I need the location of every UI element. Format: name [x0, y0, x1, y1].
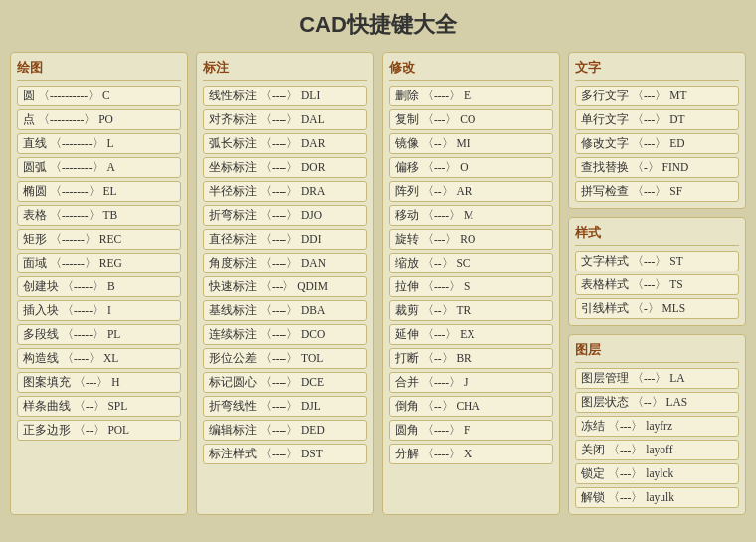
- shortcut-item: 圆角 〈----〉 F: [389, 420, 553, 441]
- shortcut-item: 旋转 〈---〉 RO: [389, 229, 553, 250]
- shortcut-item: 直径标注 〈----〉 DDI: [203, 229, 367, 250]
- shortcut-item: 冻结 〈---〉 layfrz: [575, 416, 739, 437]
- shortcut-item: 角度标注 〈----〉 DAN: [203, 253, 367, 273]
- shortcut-item: 裁剪 〈--〉 TR: [389, 300, 553, 321]
- shortcut-item: 图层管理 〈---〉 LA: [575, 368, 739, 389]
- section-drawing: 绘图 圆 〈----------〉 C点 〈---------〉 PO直线 〈-…: [10, 52, 188, 515]
- shortcut-item: 图层状态 〈--〉 LAS: [575, 392, 739, 413]
- section-annotation: 标注 线性标注 〈----〉 DLI对齐标注 〈----〉 DAL弧长标注 〈-…: [196, 52, 374, 515]
- shortcut-item: 样条曲线 〈--〉 SPL: [17, 396, 181, 417]
- shortcut-item: 锁定 〈---〉 laylck: [575, 463, 739, 484]
- shortcut-item: 表格 〈-------〉 TB: [17, 205, 181, 226]
- section-layer: 图层 图层管理 〈---〉 LA图层状态 〈--〉 LAS冻结 〈---〉 la…: [568, 334, 746, 515]
- shortcut-item: 阵列 〈--〉 AR: [389, 181, 553, 202]
- shortcut-item: 打断 〈--〉 BR: [389, 348, 553, 369]
- section-style-items: 文字样式 〈---〉 ST表格样式 〈---〉 TS引线样式 〈-〉 MLS: [575, 251, 739, 319]
- shortcut-item: 正多边形 〈--〉 POL: [17, 420, 181, 441]
- section-annotation-items: 线性标注 〈----〉 DLI对齐标注 〈----〉 DAL弧长标注 〈----…: [203, 86, 367, 464]
- shortcut-item: 删除 〈----〉 E: [389, 86, 553, 106]
- section-modify: 修改 删除 〈----〉 E复制 〈---〉 CO镜像 〈--〉 MI偏移 〈-…: [382, 52, 560, 515]
- section-layer-items: 图层管理 〈---〉 LA图层状态 〈--〉 LAS冻结 〈---〉 layfr…: [575, 368, 739, 508]
- shortcut-item: 拼写检查 〈---〉 SF: [575, 181, 739, 202]
- shortcut-item: 编辑标注 〈----〉 DED: [203, 420, 367, 441]
- shortcut-item: 文字样式 〈---〉 ST: [575, 251, 739, 271]
- section-modify-items: 删除 〈----〉 E复制 〈---〉 CO镜像 〈--〉 MI偏移 〈---〉…: [389, 86, 553, 464]
- shortcut-item: 面域 〈------〉 REG: [17, 253, 181, 273]
- shortcut-item: 椭圆 〈-------〉 EL: [17, 181, 181, 202]
- shortcut-item: 图案填充 〈---〉 H: [17, 372, 181, 393]
- shortcut-item: 标注样式 〈----〉 DST: [203, 444, 367, 464]
- page-title: CAD快捷键大全: [10, 10, 746, 40]
- shortcut-item: 快速标注 〈---〉 QDIM: [203, 276, 367, 297]
- shortcut-item: 圆弧 〈--------〉 A: [17, 157, 181, 178]
- section-annotation-title: 标注: [203, 59, 367, 81]
- shortcut-item: 对齐标注 〈----〉 DAL: [203, 109, 367, 130]
- shortcut-item: 缩放 〈--〉 SC: [389, 253, 553, 273]
- shortcut-item: 复制 〈---〉 CO: [389, 109, 553, 130]
- shortcut-item: 折弯标注 〈----〉 DJO: [203, 205, 367, 226]
- shortcut-item: 修改文字 〈---〉 ED: [575, 133, 739, 154]
- shortcut-item: 线性标注 〈----〉 DLI: [203, 86, 367, 106]
- shortcut-item: 连续标注 〈----〉 DCO: [203, 324, 367, 345]
- section-text-title: 文字: [575, 59, 739, 81]
- shortcut-item: 弧长标注 〈----〉 DAR: [203, 133, 367, 154]
- shortcut-item: 引线样式 〈-〉 MLS: [575, 298, 739, 319]
- shortcut-item: 倒角 〈--〉 CHA: [389, 396, 553, 417]
- shortcut-item: 坐标标注 〈----〉 DOR: [203, 157, 367, 178]
- column-4: 文字 多行文字 〈---〉 MT单行文字 〈---〉 DT修改文字 〈---〉 …: [568, 52, 746, 515]
- shortcut-item: 偏移 〈---〉 O: [389, 157, 553, 178]
- shortcut-item: 拉伸 〈----〉 S: [389, 276, 553, 297]
- shortcut-item: 基线标注 〈----〉 DBA: [203, 300, 367, 321]
- shortcut-item: 镜像 〈--〉 MI: [389, 133, 553, 154]
- shortcut-item: 移动 〈----〉 M: [389, 205, 553, 226]
- section-style-title: 样式: [575, 224, 739, 246]
- shortcut-item: 单行文字 〈---〉 DT: [575, 109, 739, 130]
- shortcut-item: 创建块 〈-----〉 B: [17, 276, 181, 297]
- shortcut-item: 查找替换 〈-〉 FIND: [575, 157, 739, 178]
- shortcut-item: 多行文字 〈---〉 MT: [575, 86, 739, 106]
- shortcut-item: 形位公差 〈----〉 TOL: [203, 348, 367, 369]
- section-drawing-items: 圆 〈----------〉 C点 〈---------〉 PO直线 〈----…: [17, 86, 181, 441]
- section-style: 样式 文字样式 〈---〉 ST表格样式 〈---〉 TS引线样式 〈-〉 ML…: [568, 217, 746, 326]
- shortcut-item: 插入块 〈-----〉 I: [17, 300, 181, 321]
- shortcut-item: 圆 〈----------〉 C: [17, 86, 181, 106]
- shortcut-item: 矩形 〈------〉 REC: [17, 229, 181, 250]
- shortcut-item: 合并 〈----〉 J: [389, 372, 553, 393]
- section-drawing-title: 绘图: [17, 59, 181, 81]
- main-grid: 绘图 圆 〈----------〉 C点 〈---------〉 PO直线 〈-…: [10, 52, 746, 515]
- shortcut-item: 直线 〈--------〉 L: [17, 133, 181, 154]
- shortcut-item: 分解 〈----〉 X: [389, 444, 553, 464]
- section-modify-title: 修改: [389, 59, 553, 81]
- section-text-items: 多行文字 〈---〉 MT单行文字 〈---〉 DT修改文字 〈---〉 ED查…: [575, 86, 739, 202]
- shortcut-item: 点 〈---------〉 PO: [17, 109, 181, 130]
- shortcut-item: 半径标注 〈----〉 DRA: [203, 181, 367, 202]
- shortcut-item: 折弯线性 〈----〉 DJL: [203, 396, 367, 417]
- shortcut-item: 延伸 〈---〉 EX: [389, 324, 553, 345]
- shortcut-item: 表格样式 〈---〉 TS: [575, 274, 739, 295]
- shortcut-item: 关闭 〈---〉 layoff: [575, 440, 739, 460]
- shortcut-item: 构造线 〈----〉 XL: [17, 348, 181, 369]
- shortcut-item: 解锁 〈---〉 layulk: [575, 487, 739, 508]
- shortcut-item: 多段线 〈-----〉 PL: [17, 324, 181, 345]
- shortcut-item: 标记圆心 〈----〉 DCE: [203, 372, 367, 393]
- section-text: 文字 多行文字 〈---〉 MT单行文字 〈---〉 DT修改文字 〈---〉 …: [568, 52, 746, 209]
- section-layer-title: 图层: [575, 341, 739, 363]
